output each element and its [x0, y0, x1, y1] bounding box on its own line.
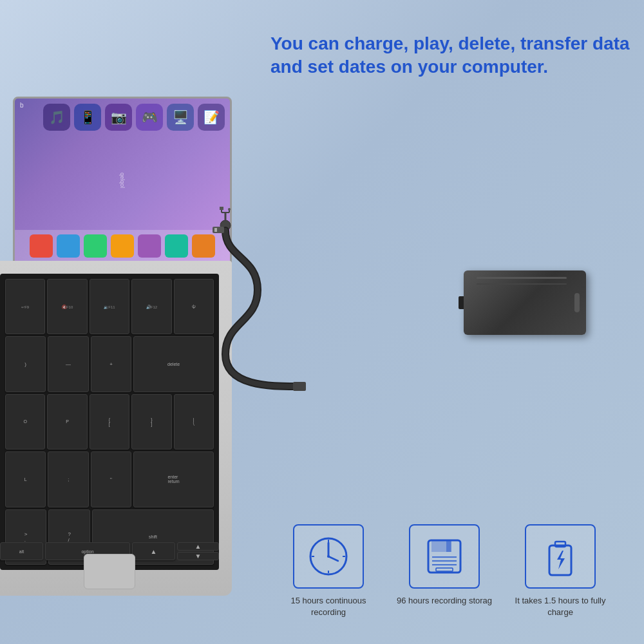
feature-card-recording: 15 hours continuous recording: [277, 524, 380, 618]
feature-card-charging: It takes 1.5 hours to fully charge: [509, 524, 612, 618]
storage-icon-box: [409, 524, 480, 589]
keyboard: ↩F9 🔇F10 🔉F11 🔊F12 ⏻ ) — + delete: [0, 274, 219, 570]
key-row-3: O P {[ }] |\: [5, 394, 214, 450]
key-o: O: [5, 394, 45, 450]
key-alt: alt: [0, 542, 43, 560]
key-up2: ▲: [177, 542, 219, 551]
key-rbrace: }]: [131, 394, 171, 450]
charging-icon-box: [525, 524, 596, 589]
key-quote: ": [91, 451, 131, 507]
main-headline: You can charge, play, delete, transfer d…: [270, 32, 631, 79]
svg-point-6: [228, 208, 231, 211]
key-semicolon: ;: [48, 451, 88, 507]
recording-label: 15 hours continuous recording: [277, 595, 380, 618]
key-enter: enterreturn: [133, 451, 214, 507]
key-backslash: |\: [174, 394, 214, 450]
svg-rect-24: [555, 542, 565, 547]
key-f12: 🔊F12: [131, 279, 171, 334]
key-delete: delete: [133, 336, 214, 392]
screen-display: 🎵 📱 📷 🎮 🖥️ 📝 b: [15, 99, 230, 262]
key-f11: 🔉F11: [90, 279, 129, 334]
key-f9: ↩F9: [5, 279, 45, 334]
usb-connector-laptop: [213, 227, 224, 233]
screen-dock: [15, 230, 230, 262]
key-l: L: [5, 451, 46, 507]
features-row: 15 hours continuous recording: [258, 524, 631, 618]
key-down: ▼: [177, 552, 219, 560]
key-plus: +: [91, 336, 131, 392]
recording-icon-box: [293, 524, 364, 589]
svg-rect-18: [446, 540, 451, 552]
svg-line-11: [328, 556, 338, 561]
storage-label: 96 hours recording storag: [397, 595, 492, 607]
feature-card-storage: 96 hours recording storag: [393, 524, 496, 618]
svg-rect-4: [220, 207, 223, 210]
key-up: ▲: [132, 542, 175, 560]
svg-rect-7: [293, 382, 306, 391]
main-container: 🎵 📱 📷 🎮 🖥️ 📝 b: [0, 0, 644, 644]
left-section: 🎵 📱 📷 🎮 🖥️ 📝 b: [0, 0, 245, 644]
key-0: ): [5, 336, 46, 392]
key-row-fn: ↩F9 🔇F10 🔉F11 🔊F12 ⏻: [5, 279, 214, 334]
svg-rect-22: [436, 568, 453, 571]
battery-icon: [538, 534, 583, 579]
laptop-screen: 🎵 📱 📷 🎮 🖥️ 📝 b: [13, 97, 232, 264]
clock-icon: [306, 534, 351, 579]
svg-rect-23: [549, 545, 571, 575]
usb-cable: [219, 206, 477, 399]
key-lbrace: {[: [90, 394, 129, 450]
key-minus: —: [48, 336, 88, 392]
trackpad: [84, 554, 135, 589]
key-row-2: ) — + delete: [5, 336, 214, 392]
floppy-icon: [422, 534, 467, 579]
key-row-4: L ; " enterreturn: [5, 451, 214, 507]
charging-label: It takes 1.5 hours to fully charge: [509, 595, 612, 618]
key-p: P: [47, 394, 87, 450]
key-power: ⏻: [174, 279, 214, 334]
key-f10: 🔇F10: [47, 279, 87, 334]
laptop-body: ↩F9 🔇F10 🔉F11 🔊F12 ⏻ ) — + delete: [0, 261, 232, 596]
